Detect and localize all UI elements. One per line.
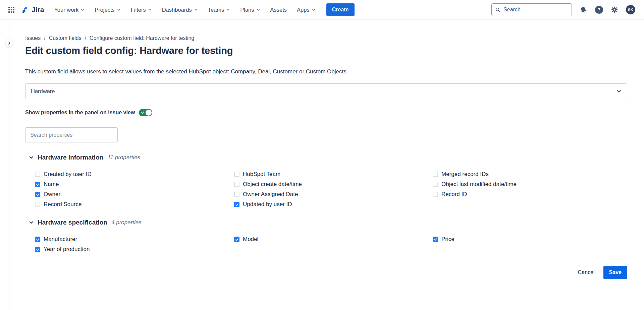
checkbox-checked-icon[interactable] <box>433 237 438 242</box>
nav-item-label: Plans <box>240 7 254 13</box>
checkmark-icon <box>235 203 239 206</box>
property-object-last-modified-date-time[interactable]: Object last modified date/time <box>433 179 627 189</box>
nav-item-label: Assets <box>270 7 287 13</box>
section-collapse-button[interactable] <box>29 220 34 225</box>
checkbox-unchecked-icon[interactable] <box>35 172 40 177</box>
sidebar-expand-button[interactable] <box>5 39 13 47</box>
checkmark-icon <box>36 248 40 251</box>
property-label: Name <box>44 181 59 188</box>
settings-button[interactable] <box>611 6 618 13</box>
property-column: HubSpot TeamObject create date/timeOwner… <box>234 169 433 209</box>
property-model[interactable]: Model <box>234 234 433 244</box>
hubspot-object-select[interactable]: Hardware <box>25 83 627 99</box>
property-label: Object last modified date/time <box>441 181 517 188</box>
nav-item-filters[interactable]: Filters <box>131 7 152 13</box>
checkbox-unchecked-icon[interactable] <box>433 192 438 197</box>
property-record-source[interactable]: Record Source <box>35 199 234 209</box>
property-owner[interactable]: Owner <box>35 189 234 199</box>
breadcrumb-issues[interactable]: Issues <box>25 35 41 41</box>
property-updated-by-user-id[interactable]: Updated by user ID <box>234 199 433 209</box>
breadcrumb-current-page: Configure custom field: Hardware for tes… <box>90 35 194 41</box>
chevron-down-icon <box>148 8 152 12</box>
property-merged-record-ids[interactable]: Merged record IDs <box>433 169 627 179</box>
property-year-of-production[interactable]: Year of production <box>35 244 234 254</box>
checkbox-unchecked-icon[interactable] <box>433 172 438 177</box>
property-label: Updated by user ID <box>243 201 292 208</box>
property-created-by-user-id[interactable]: Created by user ID <box>35 169 234 179</box>
section-count: 4 properties <box>111 219 142 226</box>
jira-logo[interactable]: Jira <box>21 5 44 14</box>
property-manufacturer[interactable]: Manufacturer <box>35 234 234 244</box>
property-hubspot-team[interactable]: HubSpot Team <box>234 169 433 179</box>
nav-item-assets[interactable]: Assets <box>270 7 287 13</box>
nav-item-dashboards[interactable]: Dashboards <box>162 7 198 13</box>
notifications-button[interactable] <box>580 6 587 14</box>
checkbox-unchecked-icon[interactable] <box>234 182 239 187</box>
property-label: Object create date/time <box>243 181 302 188</box>
property-record-id[interactable]: Record ID <box>433 189 627 199</box>
checkmark-icon <box>36 238 40 241</box>
property-label: Record ID <box>441 191 467 198</box>
nav-item-label: Projects <box>95 7 115 13</box>
property-owner-assigned-date[interactable]: Owner Assigned Date <box>234 189 433 199</box>
property-name[interactable]: Name <box>35 179 234 189</box>
checkmark-icon <box>434 238 437 241</box>
property-column: ManufacturerYear of production <box>35 234 234 254</box>
property-object-create-date-time[interactable]: Object create date/time <box>234 179 433 189</box>
property-label: Owner Assigned Date <box>243 191 298 198</box>
property-section-hardware-information: Hardware Information11 propertiesCreated… <box>25 154 627 209</box>
checkbox-unchecked-icon[interactable] <box>234 172 239 177</box>
checkbox-checked-icon[interactable] <box>35 182 40 187</box>
breadcrumb-custom-fields[interactable]: Custom fields <box>49 35 82 41</box>
nav-item-label: Your work <box>54 7 78 13</box>
help-button[interactable]: ? <box>595 6 603 14</box>
checkbox-checked-icon[interactable] <box>234 237 239 242</box>
save-button[interactable]: Save <box>603 266 627 279</box>
footer-actions: Cancel Save <box>25 266 627 279</box>
nav-right-cluster: ? SK <box>491 3 635 16</box>
nav-item-apps[interactable]: Apps <box>297 7 316 13</box>
property-column: Model <box>234 234 433 254</box>
property-section-hardware-specification: Hardware specification4 propertiesManufa… <box>25 219 627 254</box>
chevron-down-icon <box>29 155 34 160</box>
checkmark-icon <box>235 238 239 241</box>
nav-item-label: Apps <box>297 7 310 13</box>
checkbox-checked-icon[interactable] <box>35 247 40 252</box>
nav-item-plans[interactable]: Plans <box>240 7 260 13</box>
property-sections: Hardware Information11 propertiesCreated… <box>25 154 627 254</box>
section-title: Hardware specification <box>38 219 107 226</box>
nav-item-your-work[interactable]: Your work <box>54 7 85 13</box>
chevron-down-icon <box>616 89 622 94</box>
nav-item-projects[interactable]: Projects <box>95 7 121 13</box>
property-label: Merged record IDs <box>441 171 489 178</box>
checkmark-icon <box>36 193 40 196</box>
checkbox-unchecked-icon[interactable] <box>433 182 438 187</box>
sidebar-divider <box>9 20 9 310</box>
checkbox-checked-icon[interactable] <box>234 202 239 207</box>
checkbox-unchecked-icon[interactable] <box>234 192 239 197</box>
breadcrumb-separator: / <box>85 35 86 41</box>
user-avatar[interactable]: SK <box>626 5 635 14</box>
checkbox-checked-icon[interactable] <box>35 192 40 197</box>
app-switcher-button[interactable] <box>6 4 17 15</box>
chevron-down-icon <box>226 8 230 12</box>
breadcrumb: Issues / Custom fields / Configure custo… <box>25 35 627 41</box>
cancel-button[interactable]: Cancel <box>574 266 599 279</box>
property-label: Created by user ID <box>44 171 92 178</box>
checkbox-checked-icon[interactable] <box>35 237 40 242</box>
section-collapse-button[interactable] <box>29 155 34 160</box>
checkmark-icon <box>36 183 40 186</box>
checkbox-unchecked-icon[interactable] <box>35 202 40 207</box>
global-search-input[interactable] <box>503 7 568 13</box>
create-button[interactable]: Create <box>326 3 355 16</box>
nav-item-teams[interactable]: Teams <box>208 7 230 13</box>
property-price[interactable]: Price <box>433 234 627 244</box>
search-properties-input[interactable] <box>25 127 118 142</box>
main-content: Issues / Custom fields / Configure custo… <box>25 35 627 279</box>
global-search[interactable] <box>491 3 572 16</box>
show-properties-toggle[interactable] <box>139 109 152 116</box>
jira-logo-icon <box>21 5 31 14</box>
toggle-check-icon <box>141 111 145 114</box>
primary-nav: Your workProjectsFiltersDashboardsTeamsP… <box>54 7 315 13</box>
chevron-down-icon <box>194 8 198 12</box>
